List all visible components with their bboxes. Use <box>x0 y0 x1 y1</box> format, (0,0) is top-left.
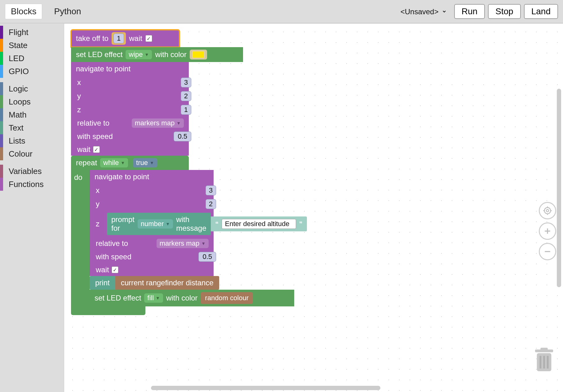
block-led-fill[interactable]: set LED effect fill▼ with color random c… <box>90 290 294 306</box>
svg-rect-14 <box>547 356 549 368</box>
led1-effect-dropdown[interactable]: wipe▼ <box>126 50 152 59</box>
nav2-title: navigate to point <box>95 172 149 181</box>
workspace-container: take off to 1 wait ✓ set LED effect wipe… <box>64 23 563 392</box>
nav2-y-input[interactable]: 2 <box>206 199 216 209</box>
category-label: Lists <box>9 136 25 146</box>
category-color-stripe <box>0 178 3 191</box>
zoom-in-button[interactable] <box>539 222 556 240</box>
prompt-type-dropdown[interactable]: number▼ <box>138 219 173 229</box>
takeoff-wait-label: wait <box>129 34 142 43</box>
prompt-message-input[interactable]: Enter desired altitude <box>222 219 296 229</box>
nav2-y-label: y <box>96 200 100 208</box>
center-button[interactable] <box>539 202 556 219</box>
svg-rect-13 <box>543 356 545 368</box>
loop-mode-dropdown[interactable]: while▼ <box>100 158 128 167</box>
nav2-wait-checkbox[interactable]: ✓ <box>112 266 118 273</box>
category-flight[interactable]: Flight <box>0 26 64 39</box>
nav1-rel-label: relative to <box>77 119 109 127</box>
stop-button[interactable]: Stop <box>488 4 521 19</box>
horizontal-scrollbar[interactable] <box>151 386 380 390</box>
led1-label-mid: with color <box>155 50 186 59</box>
blocks-root: take off to 1 wait ✓ set LED effect wipe… <box>71 30 294 315</box>
nav1-z-input[interactable]: 1 <box>181 105 191 115</box>
nav1-speed-input[interactable]: 0.5 <box>174 131 191 141</box>
category-loops[interactable]: Loops <box>0 95 64 108</box>
zoom-in-icon <box>543 227 552 235</box>
category-math[interactable]: Math <box>0 108 64 121</box>
category-label: Functions <box>9 180 44 189</box>
block-takeoff[interactable]: take off to 1 wait ✓ <box>71 30 180 47</box>
loop-foot <box>71 306 145 315</box>
takeoff-altitude-input[interactable]: 1 <box>113 33 124 43</box>
category-label: Math <box>9 110 27 120</box>
nav2-x-input[interactable]: 3 <box>206 185 216 195</box>
category-label: Variables <box>9 167 42 176</box>
led2-effect-dropdown[interactable]: fill▼ <box>144 293 163 303</box>
category-color-stripe <box>0 165 3 178</box>
block-print[interactable]: print current rangefinder distance <box>90 276 294 290</box>
category-lists[interactable]: Lists <box>0 134 64 147</box>
category-label: Flight <box>9 28 29 37</box>
category-label: Loops <box>9 97 31 107</box>
nav1-rel-dropdown[interactable]: markers map▼ <box>132 118 184 128</box>
nav2-rel-dropdown[interactable]: markers map▼ <box>157 239 209 248</box>
tab-blocks[interactable]: Blocks <box>5 4 42 19</box>
svg-point-1 <box>544 207 551 214</box>
zoom-out-button[interactable] <box>539 243 556 260</box>
category-color-stripe <box>0 39 3 52</box>
takeoff-wait-checkbox[interactable]: ✓ <box>145 35 152 42</box>
loop-do-label: do <box>71 170 90 182</box>
nav1-x-input[interactable]: 3 <box>181 78 191 87</box>
svg-rect-12 <box>539 356 541 368</box>
workspace[interactable]: take off to 1 wait ✓ set LED effect wipe… <box>64 24 563 392</box>
block-led-wipe[interactable]: set LED effect wipe▼ with color <box>71 47 243 62</box>
nav1-y-input[interactable]: 2 <box>181 91 191 101</box>
close-quote-icon: ❞ <box>299 220 303 228</box>
block-repeat-while[interactable]: repeat while▼ true▼ do navigate to point <box>71 156 294 315</box>
block-navigate-2[interactable]: navigate to point x 3 y 2 z prompt <box>90 170 214 276</box>
category-logic[interactable]: Logic <box>0 82 64 95</box>
category-functions[interactable]: Functions <box>0 178 64 191</box>
nav1-speed-label: with speed <box>77 132 113 141</box>
target-icon <box>543 206 552 215</box>
category-color-stripe <box>0 52 3 65</box>
nav2-z-label: z <box>96 220 100 228</box>
led2-label-pre: set LED effect <box>95 294 141 302</box>
category-led[interactable]: LED <box>0 52 64 65</box>
tab-python[interactable]: Python <box>48 4 86 19</box>
nav2-x-label: x <box>96 186 100 195</box>
loop-label: repeat <box>76 158 97 167</box>
category-color-stripe <box>0 26 3 39</box>
category-state[interactable]: State <box>0 39 64 52</box>
land-button[interactable]: Land <box>524 4 558 19</box>
category-text[interactable]: Text <box>0 121 64 134</box>
category-color-stripe <box>0 108 3 121</box>
zoom-out-icon <box>543 247 552 256</box>
category-label: State <box>9 41 28 50</box>
file-select[interactable]: <Unsaved> <box>396 5 447 18</box>
nav1-wait-checkbox[interactable]: ✓ <box>93 146 100 153</box>
block-navigate-1[interactable]: navigate to point x 3 y 2 z 1 relative t… <box>71 62 189 156</box>
led1-color-swatch[interactable] <box>192 51 205 58</box>
category-colour[interactable]: Colour <box>0 147 64 160</box>
block-prompt[interactable]: prompt for number▼ with message ❝ Enter … <box>107 213 307 235</box>
svg-rect-11 <box>540 348 547 350</box>
nav2-speed-input[interactable]: 0.5 <box>198 252 216 262</box>
led1-label-pre: set LED effect <box>76 50 122 59</box>
prompt-label-mid: with message <box>176 215 206 233</box>
loop-condition-dropdown[interactable]: true▼ <box>133 158 157 167</box>
run-button[interactable]: Run <box>454 4 485 19</box>
open-quote-icon: ❝ <box>215 220 219 228</box>
vertical-scrollbar[interactable] <box>557 89 561 287</box>
category-gpio[interactable]: GPIO <box>0 65 64 78</box>
trash-icon <box>533 347 555 373</box>
led2-label-mid: with color <box>166 294 197 302</box>
category-color-stripe <box>0 121 3 134</box>
led2-random-colour[interactable]: random colour <box>201 292 253 304</box>
loop-arm: do <box>71 170 90 306</box>
top-bar: Blocks Python <Unsaved> Run Stop Land <box>0 0 563 23</box>
trash-button[interactable] <box>533 347 555 373</box>
nav2-rel-label: relative to <box>96 239 128 248</box>
category-variables[interactable]: Variables <box>0 165 64 178</box>
category-label: Logic <box>9 84 28 94</box>
